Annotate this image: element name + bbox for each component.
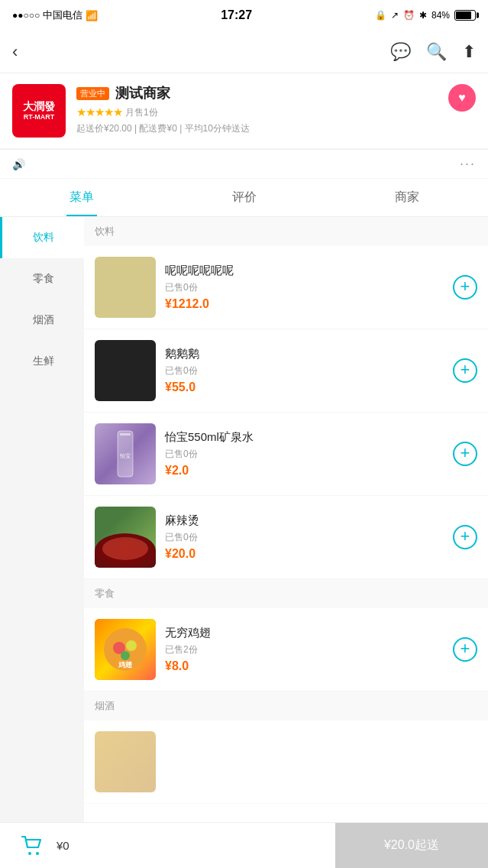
item-price-1: ¥1212.0 xyxy=(165,297,444,311)
svg-text:怡宝: 怡宝 xyxy=(119,453,131,458)
svg-point-6 xyxy=(121,651,130,660)
cart-section: ¥0 xyxy=(0,829,335,863)
item-image-5: 鸡翅 xyxy=(95,619,156,680)
favorite-button[interactable]: ♥ xyxy=(448,84,476,112)
item-sold-2: 已售0份 xyxy=(165,364,444,377)
item-sold-4: 已售0份 xyxy=(165,531,444,544)
svg-text:鸡翅: 鸡翅 xyxy=(118,661,132,669)
star-rating: ★★★★★ xyxy=(76,105,122,119)
back-button[interactable]: ‹ xyxy=(12,42,18,62)
lock-icon: 🔒 xyxy=(375,10,386,21)
status-time: 17:27 xyxy=(221,8,252,22)
status-bar: ●●○○○ 中国电信 📶 17:27 🔒 ↗ ⏰ ✱ 84% xyxy=(0,0,488,31)
tab-bar: 菜单 评价 商家 xyxy=(0,179,488,217)
tab-reviews[interactable]: 评价 xyxy=(163,179,325,216)
add-item-2-button[interactable]: + xyxy=(453,358,477,383)
bluetooth-icon: ✱ xyxy=(419,10,427,21)
item-details-1: 呢呢呢呢呢呢 已售0份 ¥1212.0 xyxy=(165,264,444,311)
search-icon[interactable]: 🔍 xyxy=(426,42,447,62)
cart-price: ¥0 xyxy=(57,839,69,852)
merchant-name: 测试商家 xyxy=(115,84,170,102)
svg-point-5 xyxy=(126,640,137,651)
sidebar-item-fresh[interactable]: 生鲜 xyxy=(0,341,84,382)
svg-point-9 xyxy=(36,852,39,855)
alarm-icon: ⏰ xyxy=(403,10,415,21)
category-header-tobacco: 烟酒 xyxy=(84,691,488,721)
item-details-2: 鹅鹅鹅 已售0份 ¥55.0 xyxy=(165,347,444,394)
svg-point-8 xyxy=(28,852,31,855)
water-bottle-svg: 怡宝 xyxy=(106,427,144,481)
item-name-5: 无穷鸡翅 xyxy=(165,626,444,640)
battery-indicator xyxy=(454,10,476,21)
sidebar-item-drinks[interactable]: 饮料 xyxy=(0,217,84,258)
add-item-4-button[interactable]: + xyxy=(453,525,477,549)
add-item-1-button[interactable]: + xyxy=(453,275,477,300)
order-button[interactable]: ¥20.0起送 xyxy=(335,823,488,869)
tab-menu[interactable]: 菜单 xyxy=(0,179,163,216)
sidebar-item-tobacco-alcohol[interactable]: 烟酒 xyxy=(0,300,84,341)
category-header-snacks: 零食 xyxy=(84,579,488,608)
location-icon: ↗ xyxy=(391,10,399,21)
content-area: 饮料 零食 烟酒 生鲜 饮料 呢呢呢呢呢呢 已售0份 ¥1212.0 + 鹅鹅鹅… xyxy=(0,217,488,850)
add-item-3-button[interactable]: + xyxy=(453,442,477,466)
merchant-stars-row: ★★★★★ 月售1份 xyxy=(76,105,476,119)
merchant-status-badge: 营业中 xyxy=(76,87,109,100)
item-details-4: 麻辣烫 已售0份 ¥20.0 xyxy=(165,513,444,561)
item-image-6 xyxy=(95,731,156,792)
menu-list: 饮料 呢呢呢呢呢呢 已售0份 ¥1212.0 + 鹅鹅鹅 已售0份 ¥55.0 … xyxy=(84,217,488,850)
list-item: 怡宝 怡宝550ml矿泉水 已售0份 ¥2.0 + xyxy=(84,413,488,496)
item-name-2: 鹅鹅鹅 xyxy=(165,347,444,361)
announcement-content: 🔊 xyxy=(12,158,25,170)
nav-bar: ‹ 💬 🔍 ⬆ xyxy=(0,31,488,73)
monthly-sales: 月售1份 xyxy=(125,106,158,119)
item-name-3: 怡宝550ml矿泉水 xyxy=(165,430,444,445)
signal-icon: ●●○○○ xyxy=(12,10,40,21)
item-sold-5: 已售2份 xyxy=(165,643,444,656)
share-icon[interactable]: ⬆ xyxy=(462,42,476,62)
speaker-icon: 🔊 xyxy=(12,158,25,170)
list-item: 麻辣烫 已售0份 ¥20.0 + xyxy=(84,496,488,579)
item-price-2: ¥55.0 xyxy=(165,381,444,394)
wifi-icon: 📶 xyxy=(86,10,98,21)
list-item xyxy=(84,721,488,804)
item-image-2 xyxy=(95,340,156,401)
merchant-info: 营业中 测试商家 ★★★★★ 月售1份 起送价¥20.00 | 配送费¥0 | … xyxy=(76,84,476,135)
merchant-meta: 起送价¥20.00 | 配送费¥0 | 平均10分钟送达 xyxy=(76,122,476,135)
item-image-3: 怡宝 xyxy=(95,423,156,484)
item-price-5: ¥8.0 xyxy=(165,659,444,673)
add-item-5-button[interactable]: + xyxy=(453,637,477,662)
item-sold-1: 已售0份 xyxy=(165,281,444,294)
list-item: 鸡翅 无穷鸡翅 已售2份 ¥8.0 + xyxy=(84,608,488,691)
item-details-5: 无穷鸡翅 已售2份 ¥8.0 xyxy=(165,626,444,673)
list-item: 鹅鹅鹅 已售0份 ¥55.0 + xyxy=(84,329,488,413)
item-name-1: 呢呢呢呢呢呢 xyxy=(165,264,444,278)
status-carrier: ●●○○○ 中国电信 📶 xyxy=(12,8,98,22)
item-price-3: ¥2.0 xyxy=(165,464,444,478)
merchant-logo: 大潤發 RT-MART xyxy=(12,84,66,138)
chicken-wings-svg: 鸡翅 xyxy=(102,627,148,672)
merchant-top-row: 营业中 测试商家 xyxy=(76,84,476,102)
tab-merchant[interactable]: 商家 xyxy=(325,179,488,216)
cart-icon[interactable] xyxy=(15,829,49,863)
sidebar-item-snacks[interactable]: 零食 xyxy=(0,258,84,300)
item-name-4: 麻辣烫 xyxy=(165,513,444,528)
merchant-header: 大潤發 RT-MART 营业中 测试商家 ★★★★★ 月售1份 起送价¥20.0… xyxy=(0,73,488,148)
svg-rect-1 xyxy=(120,433,131,436)
item-image-4 xyxy=(95,507,156,568)
list-item: 呢呢呢呢呢呢 已售0份 ¥1212.0 + xyxy=(84,246,488,329)
announcement-more[interactable]: ··· xyxy=(460,156,476,172)
item-details-3: 怡宝550ml矿泉水 已售0份 ¥2.0 xyxy=(165,430,444,478)
message-icon[interactable]: 💬 xyxy=(390,42,411,62)
nav-actions: 💬 🔍 ⬆ xyxy=(390,42,476,62)
status-right: 🔒 ↗ ⏰ ✱ 84% xyxy=(375,10,476,21)
item-price-4: ¥20.0 xyxy=(165,547,444,561)
category-header-drinks: 饮料 xyxy=(84,217,488,246)
item-sold-3: 已售0份 xyxy=(165,448,444,461)
item-details-6 xyxy=(165,760,477,763)
announcement-bar: 🔊 ··· xyxy=(0,149,488,178)
item-image-1 xyxy=(95,257,156,318)
category-sidebar: 饮料 零食 烟酒 生鲜 xyxy=(0,217,84,850)
bottom-bar: ¥0 ¥20.0起送 xyxy=(0,822,488,868)
